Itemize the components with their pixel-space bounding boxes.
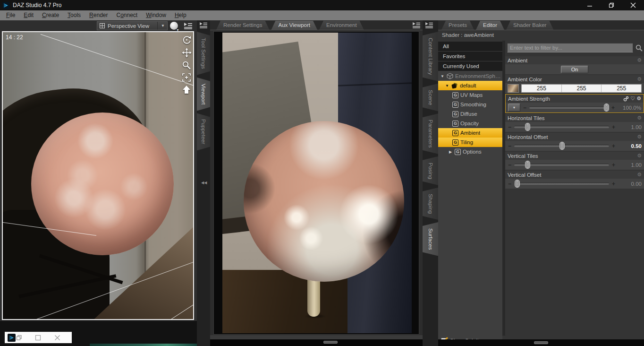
restore-window-icon[interactable] bbox=[16, 335, 22, 341]
slider-handle[interactable] bbox=[604, 104, 609, 112]
slider-track[interactable] bbox=[514, 164, 609, 166]
close-button[interactable] bbox=[622, 0, 644, 10]
parameter-settings-gear-icon[interactable]: ⚙ bbox=[637, 172, 642, 177]
tab-render-settings[interactable]: Render Settings bbox=[216, 21, 269, 30]
tree-item-default[interactable]: ▼default bbox=[438, 81, 502, 90]
floating-window-titlebar[interactable] bbox=[5, 332, 72, 343]
decrement-button[interactable]: − bbox=[523, 105, 527, 111]
increment-button[interactable]: + bbox=[611, 105, 615, 111]
tree-item-options[interactable]: ▶GOptions bbox=[438, 147, 502, 156]
toggle-on-button[interactable]: On bbox=[561, 66, 588, 73]
menu-window[interactable]: Window bbox=[142, 10, 170, 20]
close-window-icon[interactable] bbox=[54, 335, 60, 341]
decrement-button[interactable]: − bbox=[508, 162, 512, 168]
decrement-button[interactable]: − bbox=[508, 181, 512, 187]
tree-item-environmentsphere[interactable]: ▼EnvironmentSphere bbox=[438, 71, 502, 81]
dock-tab-shaping[interactable]: Shaping bbox=[423, 188, 438, 220]
dock-tab-parameters[interactable]: Parameters bbox=[423, 113, 438, 154]
tree-item-diffuse[interactable]: GDiffuse bbox=[438, 109, 502, 119]
menu-render[interactable]: Render bbox=[85, 10, 112, 20]
favorite-heart-icon[interactable]: ♡ bbox=[630, 96, 635, 101]
slider-track[interactable] bbox=[514, 145, 609, 147]
parameter-settings-gear-icon[interactable]: ⚙ bbox=[637, 58, 642, 63]
filter-row bbox=[505, 42, 644, 54]
pane-options-menu-icon[interactable] bbox=[199, 22, 208, 28]
property-header: Horizontal Tiles⚙ bbox=[505, 114, 644, 122]
tree-item-uv-maps[interactable]: GUV Maps bbox=[438, 90, 502, 100]
tree-item-tiling[interactable]: GTiling bbox=[438, 138, 502, 147]
tab-aux-viewport[interactable]: Aux Viewport bbox=[271, 21, 317, 30]
increment-button[interactable]: + bbox=[611, 143, 616, 149]
orbit-icon[interactable] bbox=[182, 35, 192, 45]
menu-tools[interactable]: Tools bbox=[63, 10, 85, 20]
slider-handle[interactable] bbox=[525, 161, 530, 169]
restore-button[interactable] bbox=[601, 0, 622, 10]
decrement-button[interactable]: − bbox=[508, 124, 512, 130]
slider-handle[interactable] bbox=[525, 123, 530, 131]
value-dropdown-button[interactable]: ▼ bbox=[508, 104, 520, 112]
shader-label: Shader : aweAmbient bbox=[438, 30, 644, 40]
menu-edit[interactable]: Edit bbox=[19, 10, 38, 20]
collapsed-arrow-icon[interactable]: ▶ bbox=[448, 150, 453, 154]
splitter-grip[interactable] bbox=[534, 341, 548, 344]
parameter-settings-gear-icon[interactable]: ⚙ bbox=[636, 96, 641, 101]
dock-tab-puppeteer[interactable]: Puppeteer bbox=[197, 113, 210, 150]
color-value-field[interactable]: 255 bbox=[522, 85, 562, 92]
viewport-canvas[interactable]: 14 : 22 bbox=[2, 31, 194, 320]
tab-presets[interactable]: Presets bbox=[441, 21, 474, 30]
slider-track[interactable] bbox=[529, 106, 609, 109]
dock-tab-viewport[interactable]: Viewport bbox=[197, 78, 210, 111]
tree-item-ambient[interactable]: GAmbient bbox=[438, 128, 502, 138]
pan-icon[interactable] bbox=[182, 48, 192, 58]
slider-handle[interactable] bbox=[515, 180, 520, 188]
dock-tab-content-library[interactable]: Content Library bbox=[423, 32, 438, 81]
dock-tab-tool-settings[interactable]: Tool Settings bbox=[197, 32, 210, 75]
slider-track[interactable] bbox=[514, 126, 609, 128]
parameter-settings-gear-icon[interactable]: ⚙ bbox=[637, 77, 642, 82]
menu-file[interactable]: File bbox=[2, 10, 19, 20]
menu-connect[interactable]: Connect bbox=[112, 10, 142, 20]
list-item-all[interactable]: All bbox=[438, 42, 502, 51]
expanded-arrow-icon[interactable]: ▼ bbox=[445, 84, 449, 88]
color-swatch-thumbnail[interactable] bbox=[508, 84, 519, 93]
tab-environment[interactable]: Environment bbox=[319, 21, 364, 30]
filter-input[interactable] bbox=[507, 43, 633, 52]
list-item-currently-used[interactable]: Currently Used bbox=[438, 61, 502, 71]
pane-options-menu-icon[interactable] bbox=[425, 22, 433, 28]
menu-create[interactable]: Create bbox=[38, 10, 63, 20]
increment-button[interactable]: + bbox=[611, 124, 616, 130]
dock-tab-label: Scene bbox=[428, 90, 433, 105]
aim-home-icon[interactable] bbox=[182, 85, 192, 95]
parameter-settings-gear-icon[interactable]: ⚙ bbox=[637, 153, 642, 158]
increment-button[interactable]: + bbox=[611, 181, 616, 187]
tree-item-opacity[interactable]: GOpacity bbox=[438, 119, 502, 128]
tab-editor[interactable]: Editor bbox=[476, 21, 504, 30]
pane-options-menu-icon[interactable] bbox=[184, 22, 193, 29]
search-icon[interactable] bbox=[635, 44, 643, 52]
collapse-pane-icon[interactable]: ◀◀ bbox=[201, 181, 207, 185]
menu-help[interactable]: Help bbox=[170, 10, 191, 20]
decrement-button[interactable]: − bbox=[508, 143, 512, 149]
view-selector-dropdown[interactable]: Perspective View ▼ bbox=[97, 21, 168, 30]
parameter-settings-gear-icon[interactable]: ⚙ bbox=[637, 134, 642, 139]
color-value-field[interactable]: 255 bbox=[602, 85, 641, 92]
slider-handle[interactable] bbox=[559, 142, 565, 150]
zoom-icon[interactable] bbox=[182, 61, 192, 70]
maximize-window-icon[interactable] bbox=[35, 335, 41, 341]
expanded-arrow-icon[interactable]: ▼ bbox=[440, 74, 445, 78]
color-value-field[interactable]: 255 bbox=[562, 85, 602, 92]
minimize-button[interactable] bbox=[579, 0, 601, 10]
list-item-favorites[interactable]: Favorites bbox=[438, 52, 502, 61]
link-icon[interactable] bbox=[623, 96, 629, 102]
tree-item-smoothing[interactable]: GSmoothing bbox=[438, 100, 502, 109]
dock-tab-posing[interactable]: Posing bbox=[423, 156, 438, 185]
dock-tab-scene[interactable]: Scene bbox=[423, 84, 438, 112]
pane-options-menu-icon[interactable] bbox=[412, 22, 421, 28]
tab-shader-baker[interactable]: Shader Baker bbox=[506, 21, 553, 30]
dock-tab-surfaces[interactable]: Surfaces bbox=[423, 222, 438, 256]
parameter-settings-gear-icon[interactable]: ⚙ bbox=[637, 115, 642, 121]
frame-icon[interactable] bbox=[182, 73, 192, 82]
splitter-grip[interactable] bbox=[323, 341, 338, 344]
increment-button[interactable]: + bbox=[611, 162, 616, 168]
slider-track[interactable] bbox=[514, 182, 609, 185]
